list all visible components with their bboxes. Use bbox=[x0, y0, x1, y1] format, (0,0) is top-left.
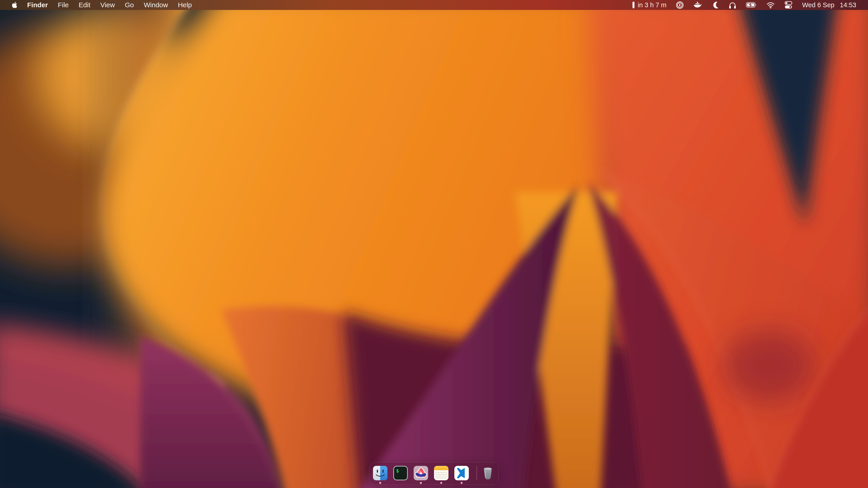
dock-item-terminal[interactable]: $ bbox=[393, 466, 408, 480]
menu-bar-date: Wed 6 Sep bbox=[802, 1, 834, 9]
menu-bar-time: 14:53 bbox=[840, 1, 856, 9]
menu-file[interactable]: File bbox=[58, 1, 69, 9]
menu-go[interactable]: Go bbox=[125, 1, 134, 9]
running-indicator bbox=[420, 482, 422, 484]
dock-divider bbox=[476, 466, 477, 480]
running-indicator bbox=[461, 482, 463, 484]
headphones-icon[interactable] bbox=[728, 1, 737, 9]
control-center-icon[interactable] bbox=[784, 1, 793, 9]
dock-item-notes[interactable] bbox=[434, 466, 448, 480]
timer-bar-icon bbox=[632, 2, 634, 8]
timer-text: in 3 h 7 m bbox=[638, 1, 666, 9]
apple-menu-icon[interactable] bbox=[11, 1, 17, 8]
clock-status-item[interactable]: Wed 6 Sep 14:53 bbox=[802, 1, 856, 9]
trash-icon bbox=[480, 466, 495, 480]
dock-item-vscode[interactable] bbox=[454, 466, 469, 480]
menu-help[interactable]: Help bbox=[178, 1, 192, 9]
docker-icon[interactable] bbox=[693, 2, 702, 8]
dock-item-finder[interactable] bbox=[373, 466, 388, 480]
finder-icon bbox=[373, 466, 388, 480]
menu-view[interactable]: View bbox=[100, 1, 115, 9]
focus-moon-icon[interactable] bbox=[711, 1, 719, 9]
terminal-icon: $ bbox=[393, 466, 408, 480]
running-indicator bbox=[379, 482, 381, 484]
timer-status-item[interactable]: in 3 h 7 m bbox=[632, 1, 666, 9]
menu-window[interactable]: Window bbox=[144, 1, 168, 9]
desktop: Finder File Edit View Go Window Help in … bbox=[0, 0, 868, 488]
running-indicator bbox=[440, 482, 442, 484]
battery-charging-icon[interactable] bbox=[746, 2, 757, 8]
arc-browser-icon bbox=[414, 466, 428, 480]
dock-item-arc-browser[interactable] bbox=[414, 466, 428, 480]
vscode-icon bbox=[454, 466, 469, 480]
dock: $ bbox=[369, 462, 499, 485]
wallpaper-ventura bbox=[0, 0, 868, 488]
dock-item-trash[interactable] bbox=[480, 466, 495, 480]
terminal-prompt: $ bbox=[396, 468, 399, 474]
menu-bar: Finder File Edit View Go Window Help in … bbox=[0, 0, 868, 10]
wifi-icon[interactable] bbox=[766, 1, 775, 8]
notes-icon bbox=[434, 466, 448, 480]
active-app-menu[interactable]: Finder bbox=[27, 1, 48, 9]
menu-edit[interactable]: Edit bbox=[79, 1, 90, 9]
1password-icon[interactable] bbox=[676, 1, 684, 9]
